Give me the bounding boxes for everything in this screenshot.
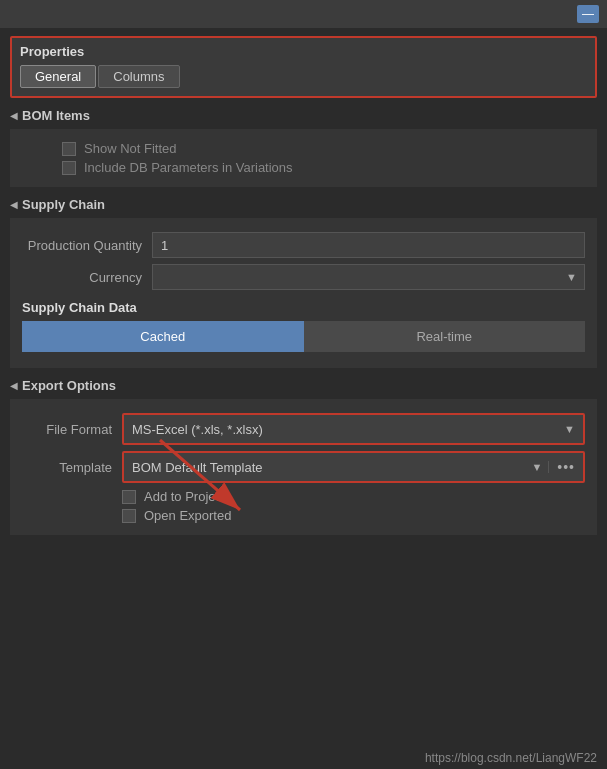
tab-columns[interactable]: Columns xyxy=(98,65,179,88)
supply-chain-toggle-row: Cached Real-time xyxy=(22,321,585,352)
supply-chain-label: Supply Chain xyxy=(22,197,105,212)
template-label: Template xyxy=(22,460,122,475)
export-options-triangle: ◀ xyxy=(10,380,18,391)
bom-items-label: BOM Items xyxy=(22,108,90,123)
bom-items-section: Show Not Fitted Include DB Parameters in… xyxy=(10,129,597,187)
bom-items-header: ◀ BOM Items xyxy=(10,108,597,123)
properties-panel: Properties General Columns xyxy=(10,36,597,98)
production-quantity-label: Production Quantity xyxy=(22,238,152,253)
tab-general[interactable]: General xyxy=(20,65,96,88)
url-bar: https://blog.csdn.net/LiangWF22 xyxy=(0,747,607,769)
include-db-params-label: Include DB Parameters in Variations xyxy=(84,160,293,175)
template-more-button[interactable]: ••• xyxy=(549,459,583,475)
minimize-button[interactable]: — xyxy=(577,5,599,23)
export-options-header: ◀ Export Options xyxy=(10,378,597,393)
open-exported-checkbox[interactable] xyxy=(122,509,136,523)
include-db-params-row: Include DB Parameters in Variations xyxy=(62,160,585,175)
show-not-fitted-row: Show Not Fitted xyxy=(62,141,585,156)
template-row: Template BOM Default Template ▼ ••• xyxy=(22,451,585,483)
currency-select-wrapper: ▼ xyxy=(152,264,585,290)
add-to-project-label: Add to Project xyxy=(144,489,226,504)
open-exported-row: Open Exported xyxy=(122,508,585,523)
export-options-label: Export Options xyxy=(22,378,116,393)
template-select-outer: BOM Default Template ▼ ••• xyxy=(122,451,585,483)
open-exported-label: Open Exported xyxy=(144,508,231,523)
template-select[interactable]: BOM Default Template xyxy=(124,453,525,481)
tabs-row: General Columns xyxy=(20,65,587,88)
show-not-fitted-checkbox[interactable] xyxy=(62,142,76,156)
currency-label: Currency xyxy=(22,270,152,285)
realtime-button[interactable]: Real-time xyxy=(304,321,586,352)
currency-row: Currency ▼ xyxy=(22,264,585,290)
file-format-select[interactable]: MS-Excel (*.xls, *.xlsx) xyxy=(124,415,583,443)
file-format-row: File Format MS-Excel (*.xls, *.xlsx) ▼ xyxy=(22,413,585,445)
export-options-section: File Format MS-Excel (*.xls, *.xlsx) ▼ T… xyxy=(10,399,597,535)
currency-select[interactable] xyxy=(152,264,585,290)
supply-chain-triangle: ◀ xyxy=(10,199,18,210)
production-quantity-input[interactable] xyxy=(152,232,585,258)
template-arrow-icon: ▼ xyxy=(525,461,549,473)
properties-title: Properties xyxy=(20,44,587,59)
cached-button[interactable]: Cached xyxy=(22,321,304,352)
supply-chain-section: Production Quantity Currency ▼ Supply Ch… xyxy=(10,218,597,368)
file-format-select-wrapper: MS-Excel (*.xls, *.xlsx) ▼ xyxy=(122,413,585,445)
include-db-params-checkbox[interactable] xyxy=(62,161,76,175)
bom-items-triangle: ◀ xyxy=(10,110,18,121)
url-text: https://blog.csdn.net/LiangWF22 xyxy=(425,751,597,765)
add-to-project-checkbox[interactable] xyxy=(122,490,136,504)
main-content: ◀ BOM Items Show Not Fitted Include DB P… xyxy=(0,108,607,535)
production-quantity-row: Production Quantity xyxy=(22,232,585,258)
supply-chain-header: ◀ Supply Chain xyxy=(10,197,597,212)
add-to-project-row: Add to Project xyxy=(122,489,585,504)
supply-chain-data-label: Supply Chain Data xyxy=(22,300,585,315)
show-not-fitted-label: Show Not Fitted xyxy=(84,141,177,156)
top-bar: — xyxy=(0,0,607,28)
file-format-label: File Format xyxy=(22,422,122,437)
